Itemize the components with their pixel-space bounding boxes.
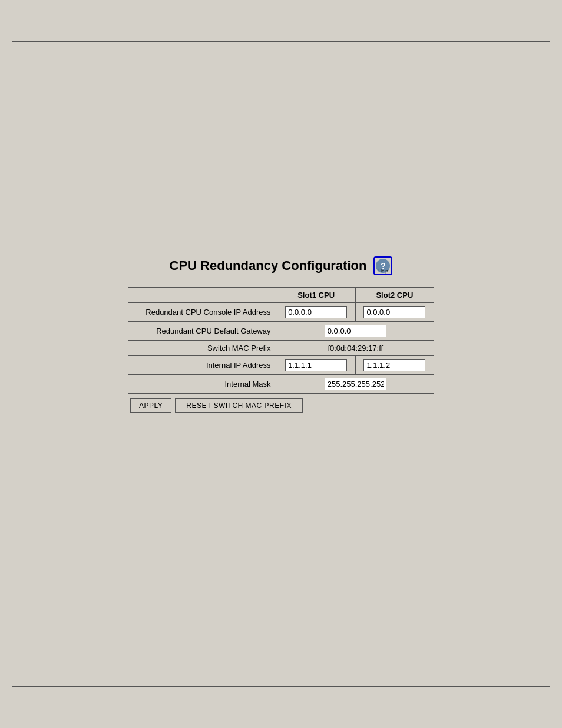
help-icon-label: Help	[378, 268, 388, 274]
cell-internal-mask	[277, 375, 434, 394]
top-border	[12, 41, 550, 42]
cell-mac-prefix: f0:0d:04:29:17:ff	[277, 341, 434, 356]
input-slot2-console-ip[interactable]	[363, 306, 425, 318]
cell-slot1-console-ip	[277, 303, 355, 322]
col-header-label	[128, 288, 277, 303]
cell-slot1-internal-ip	[277, 356, 355, 375]
table-row: Internal IP Address	[128, 356, 434, 375]
main-content: CPU Redundancy Configuration ? Help Slot…	[12, 47, 550, 681]
row-label-gateway: Redundant CPU Default Gateway	[128, 322, 277, 341]
row-label-console-ip: Redundant CPU Console IP Address	[128, 303, 277, 322]
table-row: Redundant CPU Default Gateway	[128, 322, 434, 341]
apply-button[interactable]: APPLY	[130, 398, 171, 413]
col-header-slot2: Slot2 CPU	[355, 288, 434, 303]
input-slot1-internal-ip[interactable]	[285, 359, 347, 371]
cell-gateway	[277, 322, 434, 341]
input-gateway[interactable]	[325, 325, 386, 337]
row-label-internal-mask: Internal Mask	[128, 375, 277, 394]
cell-slot2-console-ip	[355, 303, 434, 322]
bottom-border	[12, 686, 550, 687]
page-title: CPU Redundancy Configuration	[170, 258, 367, 274]
button-row: APPLY RESET SWITCH MAC PREFIX	[128, 398, 434, 413]
page-title-area: CPU Redundancy Configuration ? Help	[170, 256, 393, 275]
table-row: Internal Mask	[128, 375, 434, 394]
table-row: Switch MAC Prefix f0:0d:04:29:17:ff	[128, 341, 434, 356]
input-slot1-console-ip[interactable]	[285, 306, 347, 318]
table-header-row: Slot1 CPU Slot2 CPU	[128, 288, 434, 303]
input-slot2-internal-ip[interactable]	[363, 359, 425, 371]
help-icon-button[interactable]: ? Help	[373, 256, 392, 275]
row-label-mac-prefix: Switch MAC Prefix	[128, 341, 277, 356]
reset-switch-mac-prefix-button[interactable]: RESET SWITCH MAC PREFIX	[175, 398, 303, 413]
col-header-slot1: Slot1 CPU	[277, 288, 355, 303]
table-row: Redundant CPU Console IP Address	[128, 303, 434, 322]
config-table: Slot1 CPU Slot2 CPU Redundant CPU Consol…	[128, 287, 434, 394]
input-internal-mask[interactable]	[325, 378, 386, 390]
row-label-internal-ip: Internal IP Address	[128, 356, 277, 375]
cell-slot2-internal-ip	[355, 356, 434, 375]
